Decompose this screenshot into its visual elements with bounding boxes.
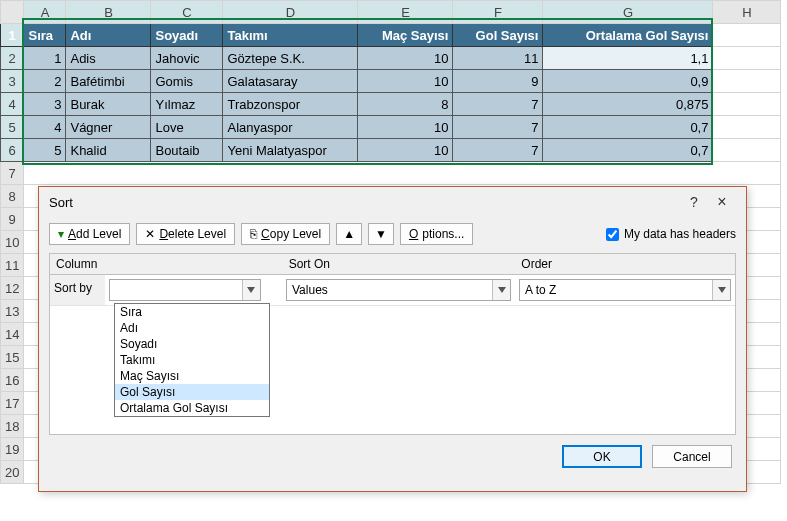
delete-level-button[interactable]: ✕Delete Level: [136, 223, 235, 245]
row-header-17[interactable]: 17: [1, 392, 24, 415]
col-header-C[interactable]: C: [151, 1, 223, 24]
row-header-19[interactable]: 19: [1, 438, 24, 461]
row-header-6[interactable]: 6: [1, 139, 24, 162]
cell[interactable]: Galatasaray: [223, 70, 358, 93]
dropdown-option[interactable]: Maç Sayısı: [115, 368, 269, 384]
cell[interactable]: 1,1: [543, 47, 713, 70]
row-header-10[interactable]: 10: [1, 231, 24, 254]
row-header-3[interactable]: 3: [1, 70, 24, 93]
options-button[interactable]: Options...: [400, 223, 473, 245]
col-header-G[interactable]: G: [543, 1, 713, 24]
col-header-D[interactable]: D: [223, 1, 358, 24]
dropdown-option[interactable]: Soyadı: [115, 336, 269, 352]
cell[interactable]: Boutaib: [151, 139, 223, 162]
cell[interactable]: [713, 47, 781, 70]
cell[interactable]: 7: [453, 116, 543, 139]
cell[interactable]: Gomis: [151, 70, 223, 93]
cell[interactable]: Soyadı: [151, 24, 223, 47]
move-down-button[interactable]: ▼: [368, 223, 394, 245]
copy-level-button[interactable]: ⎘Copy Level: [241, 223, 330, 245]
sortby-dropdown-list[interactable]: SıraAdıSoyadıTakımıMaç SayısıGol SayısıO…: [114, 303, 270, 417]
row-header-4[interactable]: 4: [1, 93, 24, 116]
cell[interactable]: Sıra: [24, 24, 66, 47]
row-header-20[interactable]: 20: [1, 461, 24, 484]
cell[interactable]: [713, 24, 781, 47]
cell[interactable]: 7: [453, 139, 543, 162]
cell[interactable]: Yılmaz: [151, 93, 223, 116]
cell[interactable]: 0,7: [543, 116, 713, 139]
cell[interactable]: Jahovic: [151, 47, 223, 70]
cell[interactable]: 7: [453, 93, 543, 116]
row-header-8[interactable]: 8: [1, 185, 24, 208]
cell[interactable]: 10: [358, 70, 453, 93]
col-header-A[interactable]: A: [24, 1, 66, 24]
dropdown-option[interactable]: Ortalama Gol Sayısı: [115, 400, 269, 416]
row-header-9[interactable]: 9: [1, 208, 24, 231]
col-header-F[interactable]: F: [453, 1, 543, 24]
row-header-15[interactable]: 15: [1, 346, 24, 369]
cell[interactable]: Vágner: [66, 116, 151, 139]
col-header-H[interactable]: H: [713, 1, 781, 24]
cell[interactable]: Burak: [66, 93, 151, 116]
move-up-button[interactable]: ▲: [336, 223, 362, 245]
row-header-5[interactable]: 5: [1, 116, 24, 139]
cell[interactable]: 10: [358, 47, 453, 70]
cell[interactable]: 10: [358, 139, 453, 162]
cell[interactable]: 5: [24, 139, 66, 162]
sortby-dropdown[interactable]: [109, 279, 261, 301]
dropdown-option[interactable]: Gol Sayısı: [115, 384, 269, 400]
add-level-button[interactable]: ▾AAdd Leveldd Level: [49, 223, 130, 245]
cell[interactable]: 11: [453, 47, 543, 70]
headers-checkbox-input[interactable]: [606, 228, 619, 241]
row-header-13[interactable]: 13: [1, 300, 24, 323]
cell[interactable]: 9: [453, 70, 543, 93]
cell[interactable]: 1: [24, 47, 66, 70]
row-header-16[interactable]: 16: [1, 369, 24, 392]
cell[interactable]: Gol Sayısı: [453, 24, 543, 47]
cell[interactable]: Takımı: [223, 24, 358, 47]
cell[interactable]: [713, 70, 781, 93]
row-header-12[interactable]: 12: [1, 277, 24, 300]
help-icon[interactable]: ?: [680, 194, 708, 210]
cell[interactable]: [713, 139, 781, 162]
cell[interactable]: Love: [151, 116, 223, 139]
dropdown-option[interactable]: Takımı: [115, 352, 269, 368]
cell[interactable]: Göztepe S.K.: [223, 47, 358, 70]
select-all-corner[interactable]: [1, 1, 24, 24]
row-header-18[interactable]: 18: [1, 415, 24, 438]
cell[interactable]: Adı: [66, 24, 151, 47]
dialog-titlebar[interactable]: Sort ? ×: [39, 187, 746, 217]
row-header-1[interactable]: 1: [1, 24, 24, 47]
cell[interactable]: Bafétimbi: [66, 70, 151, 93]
cell[interactable]: Trabzonspor: [223, 93, 358, 116]
order-dropdown[interactable]: A to Z: [519, 279, 731, 301]
cell[interactable]: 0,9: [543, 70, 713, 93]
col-header-E[interactable]: E: [358, 1, 453, 24]
dropdown-option[interactable]: Adı: [115, 320, 269, 336]
row-header-2[interactable]: 2: [1, 47, 24, 70]
cell[interactable]: 4: [24, 116, 66, 139]
cell[interactable]: Alanyaspor: [223, 116, 358, 139]
row-header-14[interactable]: 14: [1, 323, 24, 346]
cell[interactable]: Khalid: [66, 139, 151, 162]
cell[interactable]: Yeni Malatyaspor: [223, 139, 358, 162]
cell[interactable]: [713, 116, 781, 139]
ok-button[interactable]: OK: [562, 445, 642, 468]
headers-checkbox[interactable]: My data has headers: [606, 227, 736, 241]
cell[interactable]: 8: [358, 93, 453, 116]
cell[interactable]: [713, 93, 781, 116]
sorton-dropdown[interactable]: Values: [286, 279, 511, 301]
col-header-B[interactable]: B: [66, 1, 151, 24]
close-icon[interactable]: ×: [708, 193, 736, 211]
cell[interactable]: Ortalama Gol Sayısı: [543, 24, 713, 47]
cell[interactable]: 10: [358, 116, 453, 139]
cell[interactable]: Adis: [66, 47, 151, 70]
cell[interactable]: 0,875: [543, 93, 713, 116]
row-header-11[interactable]: 11: [1, 254, 24, 277]
cell[interactable]: Maç Sayısı: [358, 24, 453, 47]
row-header-7[interactable]: 7: [1, 162, 24, 185]
cell[interactable]: 3: [24, 93, 66, 116]
cell[interactable]: 2: [24, 70, 66, 93]
cancel-button[interactable]: Cancel: [652, 445, 732, 468]
dropdown-option[interactable]: Sıra: [115, 304, 269, 320]
